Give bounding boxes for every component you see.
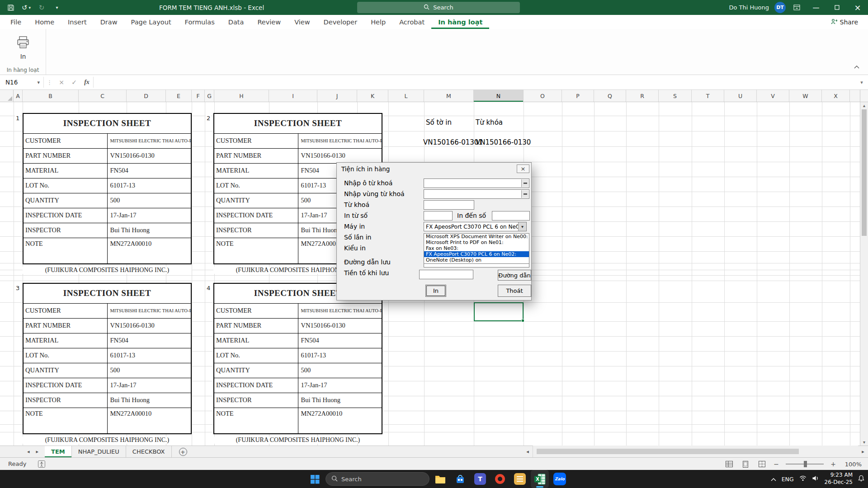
field-label-inspection-date[interactable]: INSPECTION DATE [23, 208, 107, 223]
sheet-tab-tem[interactable]: TEM [45, 446, 72, 457]
select-all-corner[interactable] [0, 90, 14, 102]
column-header-h[interactable]: H [214, 90, 269, 102]
sheet-nav-left-icon[interactable]: ◂ [27, 449, 30, 455]
field-label-note[interactable]: NOTE [214, 408, 298, 434]
field-value-material[interactable]: FN504 [107, 333, 191, 348]
formula-input[interactable] [94, 75, 855, 89]
column-header-a[interactable]: A [14, 90, 23, 102]
printer-option-fx-apeosport-c3070-pcl-6-on-ne02[interactable]: FX ApeosPort C3070 PCL 6 on Ne02: [424, 251, 529, 257]
field-label-lot-no[interactable]: LOT No. [23, 348, 107, 363]
ribbon-tab-review[interactable]: Review [250, 15, 288, 29]
column-header-i[interactable]: I [269, 90, 317, 102]
wifi-icon[interactable] [799, 475, 807, 483]
undo-dropdown-icon[interactable]: ▾ [29, 5, 31, 10]
ribbon-tab-file[interactable]: File [4, 15, 28, 29]
sheet-title[interactable]: INSPECTION SHEET [23, 113, 191, 133]
column-header-q[interactable]: Q [594, 90, 626, 102]
path-button[interactable]: Đường dẫn [498, 270, 531, 281]
save-icon[interactable] [6, 2, 15, 13]
field-label-note[interactable]: NOTE [23, 238, 107, 264]
field-value-note[interactable]: MN272A00010 [298, 408, 382, 434]
ribbon-tab-data[interactable]: Data [222, 15, 251, 29]
column-header-v[interactable]: V [757, 90, 789, 102]
field-value-note[interactable]: MN272A00010 [107, 238, 191, 264]
vertical-scrollbar-thumb[interactable] [862, 109, 867, 236]
notifications-icon[interactable] [858, 475, 864, 483]
clock[interactable]: 9:23 AM 26-Dec-25 [825, 472, 853, 486]
horizontal-scrollbar[interactable]: ◂ ▸ [523, 446, 868, 457]
hscroll-right-icon[interactable]: ▸ [858, 449, 868, 455]
field-value-inspection-date[interactable]: 17-Jan-17 [107, 208, 191, 223]
inspection-sheet-table[interactable]: INSPECTION SHEETCUSTOMERMITSUBISHI ELECT… [23, 113, 192, 264]
field-label-inspector[interactable]: INSPECTOR [214, 393, 298, 408]
start-button[interactable] [306, 470, 324, 488]
field-value-customer[interactable]: MITSUBISHI ELECTRIC THAI AUTO-PARTS CO.,… [298, 133, 382, 148]
range-picker-icon[interactable] [521, 190, 528, 198]
accessibility-icon[interactable] [38, 460, 45, 468]
inspection-sheet-table[interactable]: INSPECTION SHEETCUSTOMERMITSUBISHI ELECT… [23, 283, 192, 434]
print-batch-button[interactable]: In [10, 32, 36, 63]
horizontal-scrollbar-track[interactable] [533, 446, 858, 457]
field-value-material[interactable]: FN504 [107, 163, 191, 178]
print-from-input[interactable] [424, 211, 453, 221]
column-header-e[interactable]: E [166, 90, 192, 102]
column-header-w[interactable]: W [789, 90, 822, 102]
ribbon-tab-view[interactable]: View [288, 15, 316, 29]
field-value-quantity[interactable]: 500 [298, 363, 382, 378]
field-value-quantity[interactable]: 500 [107, 193, 191, 208]
column-header-n[interactable]: N [474, 90, 524, 102]
cell-so-to-in[interactable]: Số tờ in [426, 118, 452, 127]
column-header-x[interactable]: X [822, 90, 850, 102]
cancel-icon[interactable]: × [55, 75, 68, 89]
printer-option-microsoft-xps-document-writer-on-ne00[interactable]: Microsoft XPS Document Writer on Ne00: [424, 234, 529, 239]
cell-tu-khoa-header[interactable]: Từ khóa [476, 118, 503, 127]
field-label-customer[interactable]: CUSTOMER [214, 133, 298, 148]
field-value-customer[interactable]: MITSUBISHI ELECTRIC THAI AUTO-PARTS CO.,… [107, 303, 191, 318]
redo-icon[interactable]: ↻ [37, 2, 46, 13]
taskbar-search[interactable]: Search [326, 472, 429, 486]
field-value-lot-no[interactable]: 61017-13 [107, 348, 191, 363]
field-label-note[interactable]: NOTE [214, 238, 298, 264]
ribbon-tab-formulas[interactable]: Formulas [178, 15, 222, 29]
field-label-inspector[interactable]: INSPECTOR [23, 393, 107, 408]
printer-option-fax-on-ne03[interactable]: Fax on Ne03: [424, 245, 529, 251]
field-value-lot-no[interactable]: 61017-13 [107, 178, 191, 193]
field-value-part-number[interactable]: VN150166-0130 [298, 148, 382, 163]
excel-icon[interactable]: X [531, 470, 549, 488]
inspection-sheet-table[interactable]: INSPECTION SHEETCUSTOMERMITSUBISHI ELECT… [213, 283, 382, 434]
field-label-material[interactable]: MATERIAL [214, 163, 298, 178]
printer-combo[interactable]: FX ApeosPort C3070 PCL 6 on Ne02: ▾ [424, 222, 527, 231]
field-value-customer[interactable]: MITSUBISHI ELECTRIC THAI AUTO-PARTS CO.,… [107, 133, 191, 148]
office-icon[interactable] [491, 470, 509, 488]
zoom-slider-thumb[interactable] [804, 461, 807, 467]
zoom-in-icon[interactable]: + [830, 460, 836, 468]
new-sheet-button[interactable]: + [179, 448, 187, 456]
page-layout-view-icon[interactable] [741, 460, 750, 469]
field-label-customer[interactable]: CUSTOMER [214, 303, 298, 318]
zoom-level[interactable]: 100% [843, 461, 862, 468]
name-box-dropdown-icon[interactable]: ▾ [37, 80, 40, 85]
field-value-lot-no[interactable]: 61017-13 [298, 348, 382, 363]
field-value-material[interactable]: FN504 [298, 333, 382, 348]
field-label-lot-no[interactable]: LOT No. [214, 178, 298, 193]
field-label-note[interactable]: NOTE [23, 408, 107, 434]
field-value-inspector[interactable]: Bui Thi Huong [107, 223, 191, 238]
zoom-slider[interactable] [786, 464, 824, 465]
ribbon-tab-home[interactable]: Home [28, 15, 61, 29]
field-label-quantity[interactable]: QUANTITY [214, 193, 298, 208]
undo-icon[interactable]: ↺▾ [22, 2, 31, 13]
column-header-c[interactable]: C [79, 90, 127, 102]
field-value-customer[interactable]: MITSUBISHI ELECTRIC THAI AUTO-PARTS CO.,… [298, 303, 382, 318]
language-indicator[interactable]: ENG [782, 476, 794, 483]
vertical-scrollbar[interactable]: ▴ ▾ [860, 102, 868, 446]
column-header-r[interactable]: R [626, 90, 659, 102]
field-label-quantity[interactable]: QUANTITY [23, 193, 107, 208]
column-header-d[interactable]: D [127, 90, 166, 102]
field-label-lot-no[interactable]: LOT No. [214, 348, 298, 363]
formula-bar-expand-icon[interactable]: ▾ [855, 75, 868, 89]
name-box[interactable]: N16 ▾ [0, 75, 43, 89]
microsoft-store-icon[interactable] [451, 470, 469, 488]
column-header-u[interactable]: U [724, 90, 757, 102]
teams-icon[interactable]: T [471, 470, 489, 488]
selected-cell-n16[interactable] [474, 302, 524, 321]
